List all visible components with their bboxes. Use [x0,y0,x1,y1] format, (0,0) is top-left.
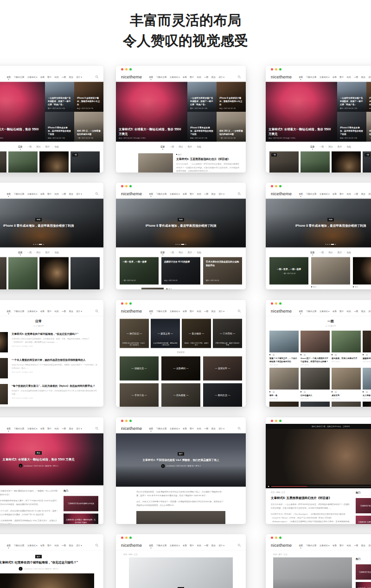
nav-item-business[interactable]: 商业 [69,76,73,79]
nav-item-post-styles[interactable]: 文章样式 ▾ [27,544,38,547]
nav-item-home[interactable]: 首页 [6,310,11,313]
nav-item-design[interactable]: 设计 ▾ [368,310,371,313]
traffic-light-minimize[interactable] [275,185,277,187]
nav-item-oneimage[interactable]: 一图 [62,427,66,430]
post-card-overlay[interactable]: 一图一世界，一图一故事 一图 • 2017-04-24 [269,257,308,285]
topic-card[interactable]: — 建筑之美 — 从宏伟教堂到街角老屋，感受建筑的光影与结构 [151,319,180,348]
nav-item-business[interactable]: 商业 [361,544,365,547]
topic-card[interactable]: — 手作工坊 — [120,383,159,407]
nav-item-fashion[interactable]: 时尚 [347,192,351,196]
nav-item-design[interactable]: 设计 ▾ [76,192,82,196]
tab-photos[interactable]: 图片 [188,251,192,254]
nav-item-photos[interactable]: 图片 [339,192,344,196]
video-controls[interactable]: 02:13 / 04:26 [266,485,371,488]
nav-item-oneimage[interactable]: 一图 [62,192,66,196]
tab-smart[interactable]: 智能 [197,145,201,148]
nav-item-home[interactable]: 首页 [149,76,153,79]
hot-post-card[interactable]: 文章样式6: 五星推荐超强科幻佳片《怀旧者》 [356,516,371,524]
nav-item-business[interactable]: 商业 [69,427,73,430]
site-logo[interactable]: nicetheme [121,309,142,314]
nav-item-home[interactable]: 首页 [6,544,11,547]
category-badge[interactable]: 商业 [35,451,42,455]
nav-item-topics[interactable]: 专题 [183,544,187,547]
post-card[interactable]: 图片 文章样式5: 纪梵希在四个城市贴海报，“你见过这只猫吗？” [39,257,69,290]
post-list-item[interactable]: 图片 文章样式6: 五星推荐超强科幻佳片《怀旧者》 在不久的未来，一位让录像带一… [138,153,241,173]
nav-item-home[interactable]: 首页 [299,544,303,547]
traffic-light-close[interactable] [121,302,123,305]
nav-item-post-styles[interactable]: 文章样式 ▾ [27,427,38,430]
tab-smart[interactable]: 智能 [346,145,351,148]
topic-card[interactable]: — 居家日常 — [203,357,242,381]
nav-item-download[interactable]: 下载此主题 [306,544,317,547]
avatar[interactable]: n [161,464,165,468]
nav-item-home[interactable]: 首页 [299,76,303,79]
traffic-light-close[interactable] [121,420,123,422]
nav-item-topics[interactable]: 专题 [183,427,187,430]
nav-item-post-styles[interactable]: 文章样式 ▾ [170,427,180,430]
nav-item-fashion[interactable]: 时尚 [347,310,351,313]
video-progress-bar[interactable] [271,486,371,487]
nav-item-topics[interactable]: 专题 [183,310,187,313]
post-list-item[interactable]: “每个忧郁的文青女孩儿”，以此为读者的《Nylon》杂志如何转向数字化？ 创刊多… [0,381,98,407]
carousel-dots[interactable] [33,244,44,245]
traffic-light-zoom[interactable] [129,420,132,422]
nav-item-design[interactable]: 设计 ▾ [368,192,371,196]
hot-post-card[interactable]: “文章样式2”烈火般的摄影大片欣赏 [356,564,371,580]
search-icon[interactable] [96,76,98,78]
featured-post-main[interactable]: 文章样式5: 全球最大一颗钻石戒指，售价 5500 万美元 商业 • 2017-… [116,82,187,142]
nav-item-topics[interactable]: 专题 [40,544,45,547]
post-card[interactable]: 图片 文章样式5: 纪梵希在四个城市贴海报，“你见过这只猫吗？” [353,257,371,290]
traffic-light-minimize[interactable] [275,420,277,422]
category-badge[interactable]: 智能 [327,218,334,222]
nav-item-home[interactable]: 首页 [6,76,11,79]
nav-item-home[interactable]: 首页 [149,544,153,547]
nav-item-fashion[interactable]: 时尚 [55,192,59,196]
nav-item-topics[interactable]: 专题 [40,427,45,430]
traffic-light-close[interactable] [271,302,273,305]
site-logo[interactable]: nicetheme [271,543,292,548]
traffic-light-zoom[interactable] [129,68,132,70]
nav-item-topics[interactable]: 专题 [40,76,45,79]
thumb-card[interactable]: 一图 老城街角的一天 [0,152,6,173]
tab-oneimage[interactable]: 一图 [27,145,32,148]
featured-post[interactable]: iPhone 8 零件成本增加，最后苹果用涨价维持了利润 智能 • 2017-0… [187,112,217,142]
nav-item-business[interactable]: 商业 [211,76,216,79]
video-player[interactable]: 02:13 / 04:26 [266,429,371,488]
traffic-light-zoom[interactable] [279,68,281,70]
post-card[interactable]: 商业 过去设计营销这些年，未来成功靠不靠设计？ [70,257,100,290]
traffic-light-minimize[interactable] [275,302,277,305]
nav-item-business[interactable]: 商业 [361,310,365,313]
nav-item-business[interactable]: 商业 [361,76,365,79]
search-icon[interactable] [238,427,241,430]
hot-post-card[interactable]: 文章样式5: 全球最大一颗钻石戒指，售价 5500 万美元 [356,582,371,588]
tab-oneimage[interactable]: 一图 [170,145,174,148]
nav-item-download[interactable]: 下载此主题 [156,76,167,79]
nav-item-oneimage[interactable]: 一图 [204,76,208,79]
category-badge[interactable]: 智能 [35,218,42,222]
nav-item-photos[interactable]: 图片 [47,310,51,313]
search-icon[interactable] [238,544,241,547]
tab-oneimage[interactable]: 一图 [27,251,32,254]
tab-smart[interactable]: 智能 [54,145,59,148]
tab-photos[interactable]: 图片 [338,145,342,148]
traffic-light-minimize[interactable] [275,537,277,539]
post-card[interactable]: 图片 文章样式6: 五星推荐超强科幻佳片《怀旧者》 [0,257,6,290]
traffic-light-zoom[interactable] [279,537,281,539]
post-list-item[interactable]: 图片 文章样式6: 五星推荐超强科幻佳片《怀旧者》 [141,288,242,290]
hero-slider[interactable]: 智能 iPhone 8 零件成本增加，最后苹果用涨价维持了利润 [116,199,246,248]
nav-item-oneimage[interactable]: 一图 [204,310,208,313]
nav-item-topics[interactable]: 专题 [183,192,187,196]
thumb-card[interactable]: 一图 把工作装进一只包 [70,152,100,173]
featured-post[interactable]: iPhone 8 零件成本增加，最后苹果用涨价维持了利润 智能 • 2017-0… [45,112,74,142]
category-badge[interactable]: 图片 [178,452,184,456]
category-badge[interactable]: 智能 [178,218,184,222]
nav-item-post-styles[interactable]: 文章样式 ▾ [320,310,330,313]
notification-bar[interactable]: 最新文章样式下载，查看主题演示地址，立即购买 [266,424,371,429]
nav-item-download[interactable]: 下载此主题 [306,76,317,79]
traffic-light-close[interactable] [121,68,123,70]
traffic-light-zoom[interactable] [279,420,281,422]
nav-item-design[interactable]: 设计 ▾ [368,544,371,547]
nav-item-fashion[interactable]: 时尚 [55,310,59,313]
nav-item-post-styles[interactable]: 文章样式 ▾ [320,192,330,196]
category-badge[interactable]: 一图 [271,153,277,157]
